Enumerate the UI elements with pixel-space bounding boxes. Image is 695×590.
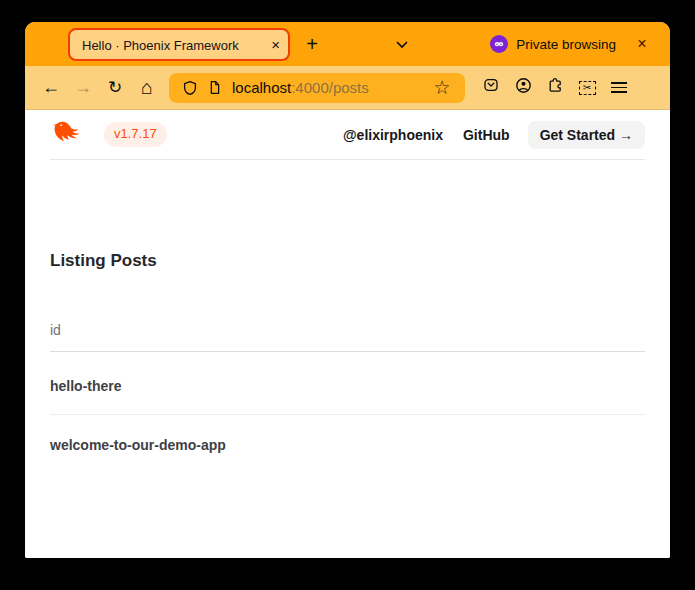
screen-background: Hello · Phoenix Framework × + [0, 0, 695, 590]
url-path: :4000/posts [291, 79, 369, 96]
get-started-button[interactable]: Get Started → [528, 121, 645, 149]
tracking-shield-icon[interactable] [178, 76, 202, 100]
tab-close-icon[interactable]: × [269, 37, 282, 52]
tab-title-fade [243, 36, 269, 53]
url-host: localhost [232, 79, 291, 96]
tab-bar: Hello · Phoenix Framework × + [25, 22, 670, 66]
url-text[interactable]: localhost:4000/posts [232, 79, 369, 96]
home-icon: ⌂ [141, 76, 153, 99]
phoenix-logo [50, 118, 90, 152]
screenshot-scissors-icon: ✂ [579, 81, 596, 95]
private-mask-icon [490, 35, 508, 53]
screenshot-button[interactable]: ✂ [571, 72, 603, 104]
reload-button[interactable]: ↻ [99, 72, 131, 104]
reload-icon: ↻ [108, 77, 122, 98]
private-browsing-label: Private browsing [516, 37, 616, 52]
hamburger-menu-icon [611, 82, 627, 93]
url-bar[interactable]: localhost:4000/posts ☆ [169, 73, 465, 103]
private-browsing-badge: Private browsing [490, 35, 616, 53]
page-info-icon[interactable] [202, 76, 226, 100]
tab-title-wrap: Hello · Phoenix Framework [82, 36, 269, 53]
new-tab-button[interactable]: + [298, 30, 326, 58]
home-button[interactable]: ⌂ [131, 72, 163, 104]
nav-link-github[interactable]: GitHub [463, 127, 510, 143]
navigation-toolbar: ← → ↻ ⌂ localhost:4000/posts ☆ [25, 66, 670, 110]
chevron-down-icon [396, 37, 408, 52]
star-icon: ☆ [433, 78, 450, 97]
puzzle-icon [547, 77, 563, 98]
pocket-button[interactable] [475, 72, 507, 104]
table-header-id: id [50, 322, 645, 352]
tab-title: Hello · Phoenix Framework [82, 38, 239, 53]
tab-hello-phoenix[interactable]: Hello · Phoenix Framework × [68, 28, 290, 61]
menu-button[interactable] [603, 72, 635, 104]
browser-window: Hello · Phoenix Framework × + [25, 22, 670, 558]
account-icon [515, 77, 532, 99]
page-title: Listing Posts [50, 250, 645, 272]
nav-link-elixirphoenix[interactable]: @elixirphoenix [343, 127, 443, 143]
site-header: v1.7.17 @elixirphoenix GitHub Get Starte… [50, 110, 645, 160]
account-button[interactable] [507, 72, 539, 104]
back-button[interactable]: ← [35, 72, 67, 104]
toolbar-right-icons: ✂ [475, 72, 635, 104]
version-badge: v1.7.17 [104, 122, 167, 146]
forward-arrow-icon: → [74, 77, 92, 98]
bookmark-star-button[interactable]: ☆ [428, 74, 456, 102]
window-close-button[interactable]: × [628, 30, 656, 58]
table-row[interactable]: welcome-to-our-demo-app [50, 415, 645, 473]
posts-table: id hello-there welcome-to-our-demo-app [50, 322, 645, 473]
extensions-button[interactable] [539, 72, 571, 104]
pocket-icon [483, 77, 499, 98]
scissors-glyph: ✂ [583, 83, 591, 93]
header-nav: @elixirphoenix GitHub [343, 127, 510, 143]
page-content: v1.7.17 @elixirphoenix GitHub Get Starte… [25, 110, 670, 558]
tab-list-dropdown-button[interactable] [388, 30, 416, 58]
table-row[interactable]: hello-there [50, 352, 645, 415]
forward-button[interactable]: → [67, 72, 99, 104]
back-arrow-icon: ← [42, 77, 60, 98]
